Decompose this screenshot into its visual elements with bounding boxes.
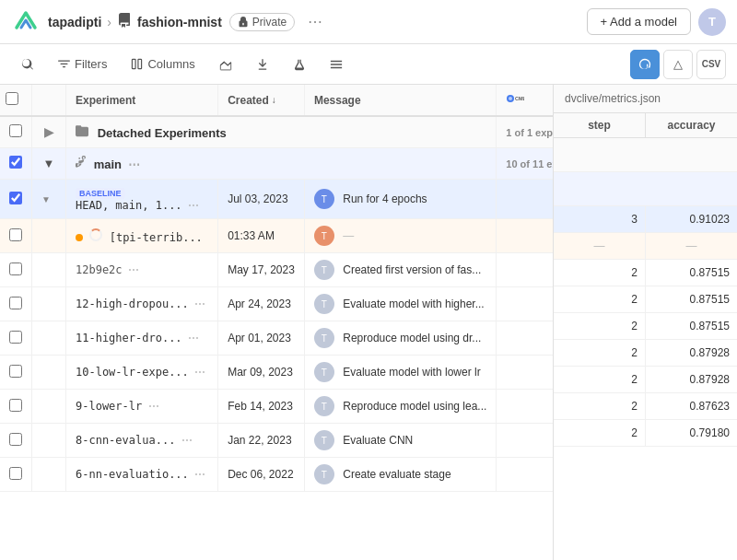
baseline-more-icon[interactable]: ⋯ [185, 199, 202, 212]
user-avatar[interactable]: T [698, 8, 726, 36]
baseline-name[interactable]: HEAD, main, 1... [76, 199, 182, 212]
loading-cml [497, 219, 553, 253]
row-cml [497, 356, 553, 390]
loading-expand [32, 219, 66, 253]
step-cell: 2 [554, 367, 646, 392]
row-name[interactable]: 6-nn-evaluatio... [76, 468, 189, 481]
chart-icon [219, 58, 232, 71]
row-avatar: T [314, 260, 334, 280]
row-name[interactable]: 8-cnn-evalua... [76, 434, 175, 447]
row-more-icon[interactable]: ⋯ [192, 298, 208, 310]
row-name[interactable]: 10-low-lr-expe... [76, 366, 189, 379]
step-cell: 2 [554, 260, 646, 286]
filters-icon [58, 58, 70, 70]
main-checkbox[interactable] [0, 148, 32, 180]
expand-icon[interactable]: ▶ [41, 125, 56, 140]
refresh-button[interactable] [630, 50, 660, 79]
csv-button[interactable]: CSV [696, 50, 726, 79]
search-button[interactable] [11, 52, 44, 76]
right-data-row: 3 0.91023 [554, 206, 737, 233]
col-step[interactable]: step [554, 113, 646, 137]
baseline-name-cell: BASELINE HEAD, main, 1... ⋯ [66, 180, 218, 219]
columns-button[interactable]: Columns [121, 52, 205, 76]
filters-button[interactable]: Filters [48, 52, 117, 76]
table-row: 12b9e2c ⋯ May 17, 2023 T Created first v… [0, 253, 553, 287]
logo-icon[interactable] [11, 7, 41, 37]
more-options-icon[interactable]: ⋯ [302, 9, 328, 34]
row-more-icon[interactable]: ⋯ [192, 366, 208, 379]
th-created[interactable]: Created ↓ [218, 85, 305, 116]
columns-icon [131, 58, 143, 70]
main-label: main ⋯ [66, 148, 497, 180]
row-cml [497, 458, 553, 492]
main-expand[interactable]: ▼ [32, 148, 66, 180]
detached-expand[interactable]: ▶ [32, 116, 66, 148]
select-all-checkbox[interactable] [0, 85, 32, 116]
row-checkbox[interactable] [0, 287, 32, 321]
row-expand [32, 458, 66, 492]
chart-button[interactable] [209, 52, 242, 76]
loading-name[interactable]: [tpi-terrib... [110, 231, 203, 244]
baseline-cml [497, 180, 553, 219]
right-data-row: 2 0.87515 [554, 286, 737, 313]
row-name[interactable]: 12-high-dropou... [76, 298, 189, 310]
triangle-button[interactable]: △ [663, 50, 693, 79]
accuracy-cell: 0.87928 [646, 340, 737, 366]
table-area: Experiment Created ↓ Message [0, 85, 553, 560]
detached-checkbox[interactable] [0, 116, 32, 148]
breadcrumb: tapadipti › fashion-mnist [48, 13, 222, 30]
flask-button[interactable] [283, 52, 316, 76]
row-checkbox[interactable] [0, 390, 32, 424]
accuracy-cell: 0.87515 [646, 313, 737, 339]
branch-icon [76, 156, 87, 169]
row-more-icon[interactable]: ⋯ [179, 434, 195, 447]
row-avatar: T [314, 328, 334, 348]
row-more-icon[interactable]: ⋯ [192, 468, 208, 481]
collapse-icon[interactable]: ▼ [41, 157, 56, 171]
row-name[interactable]: 12b9e2c [76, 263, 123, 276]
breadcrumb-repo[interactable]: fashion-mnist [137, 15, 222, 29]
row-avatar: T [314, 362, 334, 382]
loading-checkbox[interactable] [0, 219, 32, 253]
row-checkbox[interactable] [0, 356, 32, 390]
col-accuracy[interactable]: accuracy [646, 113, 737, 137]
detached-label: Detached Experiments [66, 116, 497, 148]
top-bar: tapadipti › fashion-mnist Private ⋯ + Ad… [0, 0, 737, 44]
table-row: ▼ BASELINE HEAD, main, 1... ⋯ Jul 03, 20… [0, 180, 553, 219]
lines-button[interactable] [320, 52, 353, 76]
add-model-button[interactable]: + Add a model [587, 8, 691, 35]
row-checkbox[interactable] [0, 458, 32, 492]
row-created: Jan 22, 2023 [218, 424, 305, 458]
row-checkbox[interactable] [0, 321, 32, 356]
main-count: 10 of 11 experiments (6 hidden) [497, 148, 553, 180]
loading-name-cell: [tpi-terrib... [66, 219, 218, 253]
row-checkbox[interactable] [0, 424, 32, 458]
row-name[interactable]: 9-lower-lr [76, 400, 142, 413]
row-more-icon[interactable]: ⋯ [146, 400, 162, 413]
row-more-icon[interactable]: ⋯ [125, 263, 142, 276]
row-cml [497, 287, 553, 321]
row-name-cell: 12-high-dropou... ⋯ [66, 287, 218, 321]
baseline-checkbox[interactable] [0, 180, 32, 219]
row-more-icon[interactable]: ⋯ [185, 332, 202, 344]
main-more-icon[interactable]: ⋯ [125, 158, 143, 171]
step-cell: 2 [554, 420, 646, 446]
row-name[interactable]: 11-higher-dro... [76, 332, 182, 344]
th-expand [32, 85, 66, 116]
right-data-row: 2 0.79180 [554, 420, 737, 447]
step-cell: 2 [554, 340, 646, 366]
step-cell: 3 [554, 206, 646, 232]
row-expand [32, 321, 66, 356]
download-button[interactable] [246, 52, 279, 76]
baseline-expand[interactable]: ▼ [32, 180, 66, 219]
status-dot [76, 234, 83, 241]
breadcrumb-username[interactable]: tapadipti [48, 15, 101, 29]
filters-label: Filters [75, 57, 107, 71]
refresh-icon [638, 58, 651, 71]
flask-icon [293, 58, 306, 71]
row-checkbox[interactable] [0, 253, 32, 287]
row-avatar: T [314, 430, 334, 450]
accuracy-cell: 0.87928 [646, 367, 737, 392]
cml-logo-icon: CML [506, 93, 524, 104]
right-data-row: 2 0.87623 [554, 393, 737, 420]
